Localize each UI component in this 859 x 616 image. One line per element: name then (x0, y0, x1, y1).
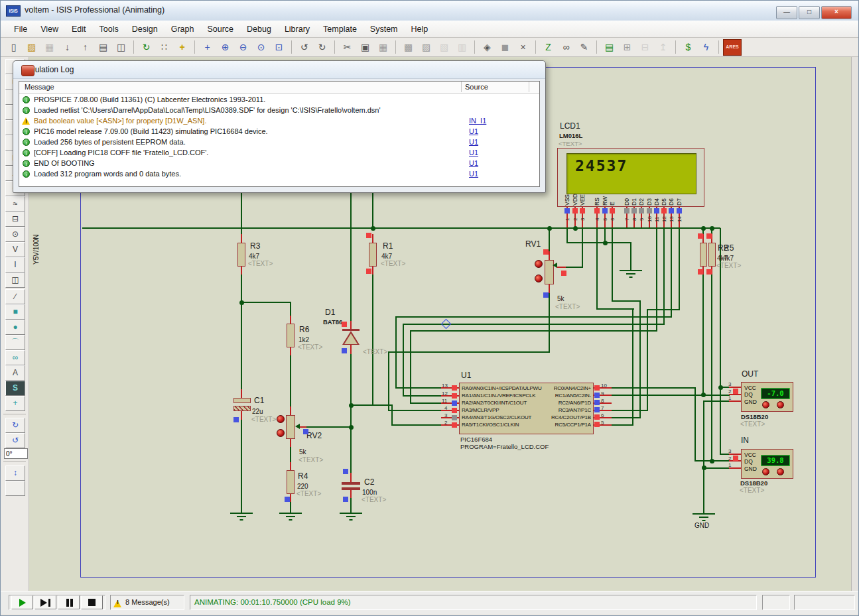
rotation-angle-input[interactable] (4, 448, 28, 459)
log-source-link[interactable]: IN_I1 (469, 117, 486, 125)
redo-button[interactable]: ↻ (314, 39, 330, 56)
2d-symbol-mode[interactable]: S (5, 381, 25, 396)
search-tag-button[interactable]: ∞ (558, 39, 574, 56)
save-design-button[interactable]: ▦ (41, 39, 58, 56)
title-bar[interactable]: ISIS voltem - ISIS Professional (Animati… (1, 1, 859, 21)
menu-debug[interactable]: Debug (240, 23, 278, 36)
stop-button[interactable] (81, 595, 103, 609)
make-device-button[interactable]: ◼ (497, 39, 513, 56)
log-source-link[interactable]: U1 (469, 149, 478, 156)
2d-box-mode[interactable]: ■ (5, 304, 25, 320)
maximize-button[interactable]: □ (799, 6, 820, 19)
log-row[interactable]: iPIC16 model release 7.09.00 (Build 1142… (19, 127, 539, 137)
electrical-rule-check-button[interactable]: ϟ (698, 39, 714, 56)
resistor-r2[interactable] (700, 243, 707, 267)
dialog-title-bar[interactable]: Simulation Log ! (13, 61, 545, 79)
menu-tools[interactable]: Tools (93, 23, 125, 36)
rv1-increase-button[interactable] (535, 260, 543, 268)
resistor-r1[interactable] (369, 243, 377, 267)
virtual-instruments-mode[interactable]: ◫ (5, 273, 25, 288)
decompose-button[interactable]: × (515, 39, 531, 56)
resistor-r4[interactable] (287, 470, 295, 494)
sensor-in-down-button[interactable] (777, 468, 784, 475)
remove-sheet-button[interactable]: ⊟ (637, 39, 653, 56)
rotate-clockwise-button[interactable]: ↻ (5, 418, 25, 433)
log-source-link[interactable]: U1 (469, 170, 478, 178)
2d-line-mode[interactable]: ∕ (5, 289, 25, 304)
log-list[interactable]: Message Source iPROSPICE 7.08.00 (Build … (19, 81, 540, 187)
menu-template[interactable]: Template (316, 23, 363, 36)
log-row[interactable]: iLoaded 312 program words and 0 data byt… (19, 169, 539, 180)
design-explorer-button[interactable]: ▤ (601, 39, 618, 56)
capacitor-c1[interactable] (233, 398, 251, 403)
grid-toggle-button[interactable]: ∷ (156, 39, 172, 56)
print-button[interactable]: ▤ (95, 39, 111, 56)
sensor-out-up-button[interactable] (762, 401, 769, 408)
log-source-link[interactable]: U1 (469, 159, 478, 167)
pause-button[interactable] (58, 595, 80, 609)
import-section-button[interactable]: ↓ (59, 39, 76, 56)
current-probe-mode[interactable]: I (5, 257, 25, 273)
mirror-vertical-button[interactable] (5, 481, 25, 496)
zoom-out-button[interactable]: ⊖ (235, 39, 251, 56)
menu-view[interactable]: View (34, 23, 65, 36)
bill-of-materials-button[interactable]: $ (680, 39, 696, 56)
menu-edit[interactable]: Edit (65, 23, 93, 36)
menu-library[interactable]: Library (278, 23, 316, 36)
new-design-button[interactable]: ▯ (5, 39, 22, 56)
generator-mode[interactable]: ⊙ (5, 227, 25, 242)
sensor-out-down-button[interactable] (777, 401, 784, 408)
menu-graph[interactable]: Graph (165, 23, 201, 36)
resistor-r5[interactable] (708, 243, 716, 267)
new-sheet-button[interactable]: ⊞ (619, 39, 635, 56)
play-button[interactable] (11, 595, 33, 609)
sensor-in-up-button[interactable] (762, 468, 769, 475)
mark-output-area-button[interactable]: ◫ (113, 39, 129, 56)
block-move-button[interactable]: ▨ (418, 39, 434, 56)
block-delete-button[interactable]: ▥ (454, 39, 470, 56)
redraw-button[interactable]: ↻ (138, 39, 155, 56)
capacitor-c2[interactable] (342, 482, 360, 485)
log-row[interactable]: !Bad boolean value [<ASN>] for property … (19, 116, 539, 127)
rv2-decrease-button[interactable] (277, 429, 285, 437)
resistor-r6[interactable] (287, 324, 295, 347)
wire-autorouter-button[interactable]: Z (540, 39, 557, 56)
resistor-r3[interactable] (237, 243, 245, 267)
undo-button[interactable]: ↺ (296, 39, 312, 56)
export-section-button[interactable]: ↑ (77, 39, 94, 56)
zoom-area-button[interactable]: ⊡ (271, 39, 287, 56)
log-col-message[interactable]: Message (25, 83, 54, 91)
tape-recorder-mode[interactable]: ⊟ (5, 212, 25, 227)
log-row[interactable]: iLoaded netlist 'C:\Users\Darrel\AppData… (19, 105, 539, 116)
menu-help[interactable]: Help (405, 23, 435, 36)
2d-arc-mode[interactable]: ⌒ (5, 335, 25, 350)
pot-rv2[interactable] (286, 415, 295, 439)
block-copy-button[interactable]: ▩ (400, 39, 417, 56)
close-button[interactable]: × (821, 6, 852, 19)
rv2-increase-button[interactable] (277, 415, 285, 423)
menu-file[interactable]: File (7, 23, 34, 36)
voltage-probe-mode[interactable]: V (5, 242, 25, 257)
minimize-button[interactable]: — (776, 6, 797, 19)
rv1-decrease-button[interactable] (535, 275, 543, 282)
menu-system[interactable]: System (363, 23, 405, 36)
dialog-close-button[interactable]: ! (21, 65, 34, 76)
graph-mode[interactable]: ≈ (5, 196, 25, 212)
2d-path-mode[interactable]: ∞ (5, 350, 25, 365)
zoom-in-button[interactable]: ⊕ (217, 39, 233, 56)
menu-source[interactable]: Source (200, 23, 240, 36)
pan-button[interactable]: + (199, 39, 216, 56)
cut-button[interactable]: ✂ (339, 39, 356, 56)
pick-device-button[interactable]: ◈ (479, 39, 496, 56)
origin-button[interactable]: + (174, 39, 190, 56)
menu-design[interactable]: Design (125, 23, 165, 36)
log-col-source[interactable]: Source (465, 83, 488, 91)
step-button[interactable] (34, 595, 56, 609)
log-row[interactable]: iEND Of BOOTINGU1 (19, 158, 539, 169)
2d-marker-mode[interactable]: + (5, 396, 25, 411)
block-rotate-button[interactable]: ▧ (436, 39, 452, 56)
copy-button[interactable]: ▣ (357, 39, 373, 56)
log-source-link[interactable]: U1 (469, 138, 478, 146)
zoom-all-button[interactable]: ⊙ (253, 39, 269, 56)
property-assignment-button[interactable]: ✎ (576, 39, 592, 56)
